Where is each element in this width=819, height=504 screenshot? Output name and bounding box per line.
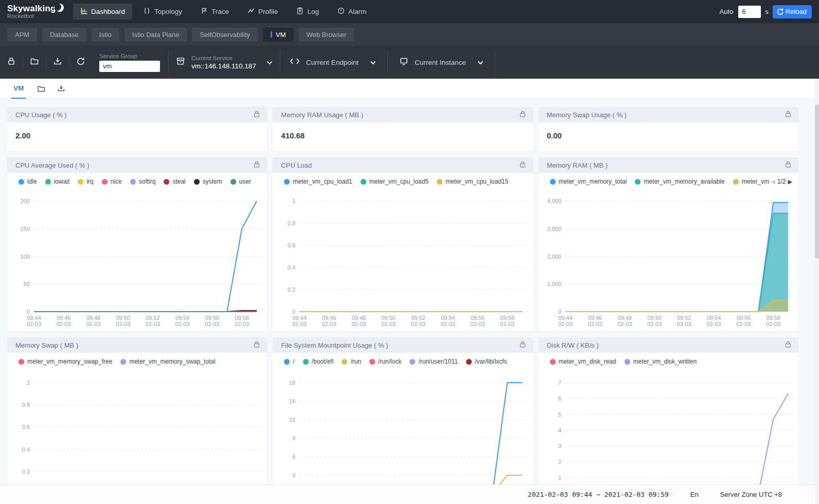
legend-dot xyxy=(120,359,126,365)
current-service-select[interactable]: Current Service vm::146.148.110.187 xyxy=(169,55,280,70)
legend-dot xyxy=(550,359,556,365)
auto-interval-input[interactable] xyxy=(738,6,761,18)
reload-button[interactable]: Reload xyxy=(773,5,812,19)
tab-istio-data-plane[interactable]: Istio Data Plane xyxy=(124,28,187,42)
svg-text:09:50: 09:50 xyxy=(116,315,130,321)
lock-icon[interactable] xyxy=(785,110,791,119)
tab-database[interactable]: Database xyxy=(42,28,86,42)
current-endpoint-select[interactable]: Current Endpoint xyxy=(280,58,387,67)
stat-value: 410.68 xyxy=(273,122,532,140)
nav-item-log[interactable]: Log xyxy=(289,4,326,20)
legend-item[interactable]: nice xyxy=(102,178,122,185)
svg-text:0.4: 0.4 xyxy=(288,264,295,271)
tab-web-browser[interactable]: Web Browser xyxy=(299,28,354,42)
language-switch[interactable]: En xyxy=(690,491,699,498)
legend-item[interactable]: system xyxy=(194,178,222,185)
legend-item[interactable]: idle xyxy=(19,178,37,185)
card-header: Memory Swap ( MB ) xyxy=(7,337,267,353)
time-range-picker[interactable]: 2021-02-03 09:44 ~ 2021-02-03 09:59 xyxy=(528,491,669,498)
legend-prev-icon[interactable]: ◀ xyxy=(771,178,775,185)
page-tab-vm[interactable]: VM xyxy=(11,79,26,99)
legend-item[interactable]: steal xyxy=(164,178,185,185)
import-template-button[interactable] xyxy=(23,57,46,68)
legend-item[interactable]: irq xyxy=(78,178,93,185)
nav-item-dashboard[interactable]: Dashboard xyxy=(73,4,132,20)
legend-item[interactable]: meter_vm_cpu_load15 xyxy=(437,178,508,185)
lock-icon[interactable] xyxy=(785,340,791,350)
svg-text:2: 2 xyxy=(558,459,561,465)
download-icon[interactable] xyxy=(57,84,65,93)
legend-label: iowait xyxy=(54,178,70,185)
svg-text:02-03: 02-03 xyxy=(766,321,780,327)
nav-item-topology[interactable]: Topology xyxy=(136,4,189,20)
legend-dot xyxy=(78,179,83,185)
tab-label: Istio Data Plane xyxy=(132,31,180,39)
card-cpu-load: CPU Load meter_vm_cpu_load1meter_vm_cpu_… xyxy=(273,157,532,331)
legend-item[interactable]: meter_vm_cpu_load5 xyxy=(361,178,429,185)
lock-icon[interactable] xyxy=(254,340,260,350)
svg-text:0.4: 0.4 xyxy=(22,446,30,453)
folder-icon[interactable] xyxy=(37,84,46,93)
legend-item[interactable]: user xyxy=(230,178,251,185)
service-group-block: Service Group xyxy=(99,53,160,72)
nav-item-profile[interactable]: Profile xyxy=(240,4,285,20)
legend-item[interactable]: iowait xyxy=(45,178,70,185)
tab-vm[interactable]: VM xyxy=(263,28,294,42)
legend-item[interactable]: meter_vm_memory_swap_free xyxy=(19,358,112,365)
tab-selfobservability[interactable]: SelfObservability xyxy=(192,28,258,42)
export-template-button[interactable] xyxy=(46,57,69,68)
legend-item[interactable]: / xyxy=(284,358,294,365)
legend-item[interactable]: /run xyxy=(342,358,361,365)
lock-icon[interactable] xyxy=(520,160,526,170)
stat-value: 2.00 xyxy=(7,122,267,140)
nav-item-trace[interactable]: Trace xyxy=(193,4,236,20)
scrollbar-thumb[interactable] xyxy=(815,104,819,259)
current-instance-select[interactable]: Current Instance xyxy=(388,57,495,67)
legend-item[interactable]: meter_vm_disk_written xyxy=(625,358,697,365)
service-group-input[interactable] xyxy=(99,61,160,72)
line-chart-file-system-usage[interactable]: 0369121518 xyxy=(273,370,532,504)
server-zone-setting[interactable]: Server Zone UTC +8 xyxy=(720,491,782,498)
line-chart-memory-swap[interactable]: 00.20.40.60.81 xyxy=(7,370,267,504)
lock-icon[interactable] xyxy=(520,110,526,119)
refresh-button[interactable] xyxy=(69,57,92,68)
svg-text:3: 3 xyxy=(292,472,295,478)
svg-text:02-03: 02-03 xyxy=(352,321,366,327)
legend-item[interactable]: meter_vm_memory_total xyxy=(550,178,627,185)
stat-value: 0.00 xyxy=(539,122,798,140)
legend-label: meter_vm_cpu_load15 xyxy=(446,178,508,185)
lock-icon[interactable] xyxy=(520,340,526,350)
lock-icon[interactable] xyxy=(254,110,260,119)
nav-item-label: Trace xyxy=(211,8,229,15)
tab-apm[interactable]: APM xyxy=(7,28,37,42)
lock-icon[interactable] xyxy=(785,160,791,170)
svg-text:2,000: 2,000 xyxy=(547,254,561,260)
scrollbar[interactable] xyxy=(815,79,819,504)
legend-dot xyxy=(284,359,290,365)
legend-item[interactable]: softirq xyxy=(130,178,156,185)
legend-item[interactable]: /var/lib/lxcfs xyxy=(466,358,507,365)
svg-text:0.6: 0.6 xyxy=(288,242,295,248)
legend-next-icon[interactable]: ▶ xyxy=(788,178,792,185)
svg-text:0.8: 0.8 xyxy=(22,402,30,408)
lock-icon[interactable] xyxy=(254,160,260,170)
legend-item[interactable]: meter_vm xyxy=(733,178,769,185)
lock-edit-button[interactable] xyxy=(0,57,23,68)
legend-item[interactable]: meter_vm_memory_swap_total xyxy=(120,358,215,365)
legend-item[interactable]: /boot/efi xyxy=(303,358,334,365)
chart-legend: meter_vm_memory_totalmeter_vm_memory_ava… xyxy=(539,173,798,190)
legend-label: idle xyxy=(27,178,37,185)
nav-item-alarm[interactable]: Alarm xyxy=(330,4,373,20)
line-chart-cpu-load[interactable]: 00.20.40.60.8109:4402-0309:4602-0309:480… xyxy=(273,190,532,330)
legend-item[interactable]: /run/user/1011 xyxy=(410,358,458,365)
legend-item[interactable]: meter_vm_cpu_load1 xyxy=(284,178,352,185)
legend-item[interactable]: meter_vm_disk_read xyxy=(550,358,616,365)
card-title: Memory RAM Usage ( MB ) xyxy=(281,111,519,119)
line-chart-cpu-average-used[interactable]: 05010015020009:4402-0309:4602-0309:4802-… xyxy=(7,190,267,330)
legend-item[interactable]: /run/lock xyxy=(369,358,401,365)
card-header: Memory RAM Usage ( MB ) xyxy=(273,107,532,122)
tab-istio[interactable]: Istio xyxy=(92,28,119,42)
legend-item[interactable]: meter_vm_memory_available xyxy=(635,178,724,185)
line-chart-memory-ram[interactable]: 01,0002,0003,0004,00009:4402-0309:4602-0… xyxy=(539,190,798,330)
line-chart-disk-rw[interactable]: 01234567 xyxy=(539,370,798,504)
